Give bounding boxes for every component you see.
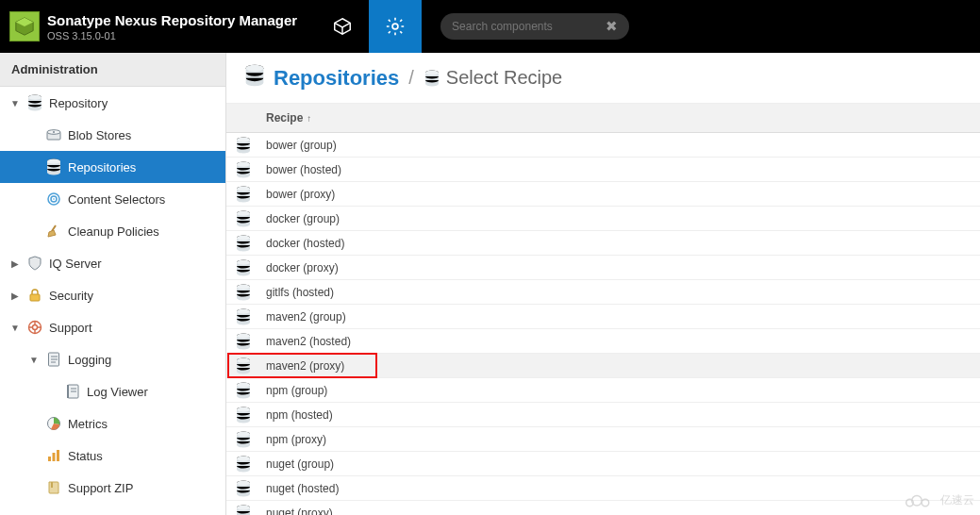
recipe-row[interactable]: docker (hosted)	[226, 231, 980, 256]
recipe-row[interactable]: npm (group)	[226, 378, 980, 403]
target-icon	[45, 191, 62, 208]
database-icon	[226, 137, 260, 154]
search-input[interactable]	[452, 20, 606, 33]
sidebar-item-label: Metrics	[68, 417, 108, 431]
sidebar-item[interactable]: Support ZIP	[0, 472, 225, 504]
sidebar-item-label: Repository	[49, 96, 108, 110]
recipe-row[interactable]: maven2 (group)	[226, 305, 980, 329]
recipe-row[interactable]: nuget (group)	[226, 452, 980, 476]
svg-rect-26	[48, 457, 51, 461]
svg-rect-27	[53, 453, 56, 461]
database-icon	[226, 284, 260, 301]
recipe-row[interactable]: docker (proxy)	[226, 256, 980, 280]
recipe-label: npm (proxy)	[260, 433, 980, 446]
chevron-down-icon: ▼	[9, 323, 21, 333]
sidebar-item-label: Blob Stores	[68, 128, 131, 142]
app-brand: Sonatype Nexus Repository Manager OSS 3.…	[47, 12, 297, 42]
search-box[interactable]: ✖	[440, 13, 629, 40]
sidebar-item[interactable]: Blob Stores	[0, 119, 225, 151]
database-icon	[226, 333, 260, 350]
recipe-label: nuget (group)	[260, 457, 980, 471]
chevron-right-icon: ▶	[9, 258, 21, 269]
sidebar-item-label: Support	[49, 321, 92, 335]
recipe-label: docker (group)	[260, 212, 980, 225]
recipe-label: maven2 (hosted)	[260, 335, 980, 348]
grid-column-recipe[interactable]: Recipe ↑	[260, 104, 980, 132]
sidebar-item[interactable]: ▶Security	[0, 279, 225, 311]
sidebar-item[interactable]: Status	[0, 440, 225, 472]
sidebar-item[interactable]: ▼Support	[0, 311, 225, 343]
recipe-row[interactable]: docker (group)	[226, 207, 980, 231]
main-panel: Repositories / Select Recipe Recipe ↑ bo…	[226, 53, 980, 515]
sidebar-section-title: Administration	[0, 53, 225, 87]
sidebar-item[interactable]: Metrics	[0, 407, 225, 440]
recipe-label: maven2 (proxy)	[260, 359, 980, 373]
note-icon	[45, 351, 62, 368]
database-icon	[226, 259, 260, 276]
breadcrumb-current: Select Recipe	[424, 67, 562, 89]
database-icon	[45, 158, 62, 175]
database-icon	[226, 186, 260, 203]
recipe-row[interactable]: maven2 (proxy)	[226, 354, 980, 378]
broom-icon	[45, 223, 62, 240]
svg-point-12	[53, 198, 55, 200]
app-title: Sonatype Nexus Repository Manager	[47, 12, 297, 28]
database-icon	[226, 456, 260, 473]
admin-mode-button[interactable]	[369, 0, 422, 53]
database-icon	[226, 407, 260, 424]
recipe-row[interactable]: npm (proxy)	[226, 427, 980, 452]
sidebar-item[interactable]: Repositories	[0, 151, 225, 183]
recipe-row[interactable]: gitlfs (hosted)	[226, 280, 980, 305]
app-version: OSS 3.15.0-01	[47, 30, 297, 42]
sidebar-item[interactable]: Cleanup Policies	[0, 215, 225, 247]
book-icon	[45, 479, 62, 496]
sidebar-item-label: Support ZIP	[68, 481, 133, 495]
sidebar-item[interactable]: ▼Repository	[0, 87, 225, 119]
sidebar-item-label: Logging	[68, 353, 111, 367]
recipe-row[interactable]: bower (proxy)	[226, 182, 980, 207]
svg-point-9	[53, 131, 55, 133]
svg-point-6	[392, 24, 398, 29]
recipe-label: maven2 (group)	[260, 310, 980, 324]
sidebar-item-label: Cleanup Policies	[68, 224, 159, 239]
sidebar: Administration ▼RepositoryBlob StoresRep…	[0, 53, 226, 515]
app-logo	[9, 11, 40, 42]
recipe-label: bower (proxy)	[260, 188, 980, 201]
recipe-label: npm (group)	[260, 384, 980, 397]
sort-ascending-icon: ↑	[307, 113, 311, 124]
browse-mode-button[interactable]	[316, 0, 369, 53]
recipe-row[interactable]: bower (group)	[226, 133, 980, 158]
sidebar-item-label: Repositories	[68, 160, 136, 174]
recipe-label: nuget (hosted)	[260, 482, 980, 495]
chevron-down-icon: ▼	[9, 98, 21, 108]
lock-icon	[26, 287, 43, 304]
sidebar-item-label: Log Viewer	[87, 385, 148, 399]
disk-icon	[45, 126, 62, 143]
bars-icon	[45, 447, 62, 464]
sidebar-item[interactable]: ▶IQ Server	[0, 247, 225, 279]
database-icon	[26, 94, 43, 111]
breadcrumb: Repositories / Select Recipe	[226, 53, 980, 104]
grid-header: Recipe ↑	[226, 104, 980, 133]
sidebar-item[interactable]: ▼Logging	[0, 343, 225, 375]
recipe-row[interactable]: bower (hosted)	[226, 158, 980, 182]
database-icon	[226, 308, 260, 325]
sidebar-item[interactable]: Log Viewer	[0, 375, 225, 407]
svg-rect-14	[30, 294, 40, 301]
recipe-row[interactable]: nuget (proxy)	[226, 501, 980, 515]
shield-icon	[26, 255, 43, 272]
recipe-row[interactable]: nuget (hosted)	[226, 476, 980, 501]
sidebar-item-label: Status	[68, 449, 103, 463]
breadcrumb-page[interactable]: Repositories	[274, 66, 399, 91]
sidebar-item[interactable]: Content Selectors	[0, 183, 225, 215]
recipe-label: gitlfs (hosted)	[260, 286, 980, 299]
recipe-row[interactable]: maven2 (hosted)	[226, 329, 980, 354]
recipe-row[interactable]: npm (hosted)	[226, 403, 980, 427]
database-icon	[226, 357, 260, 374]
app-header: Sonatype Nexus Repository Manager OSS 3.…	[0, 0, 980, 53]
recipe-label: docker (hosted)	[260, 237, 980, 250]
search-clear-icon[interactable]: ✖	[606, 18, 618, 35]
database-icon	[243, 64, 266, 91]
recipe-label: docker (proxy)	[260, 261, 980, 274]
grid-body: bower (group)bower (hosted)bower (proxy)…	[226, 133, 980, 515]
